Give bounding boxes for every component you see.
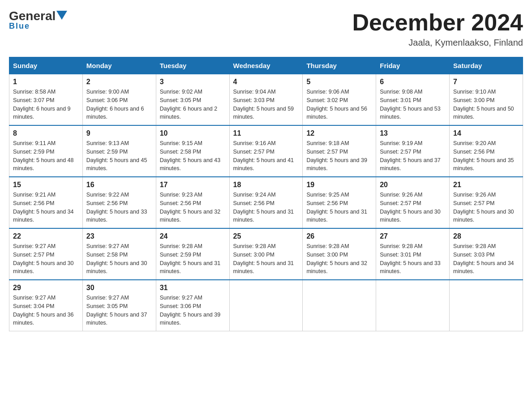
day-number: 13 [380, 129, 446, 137]
day-info: Sunrise: 9:28 AMSunset: 2:59 PMDaylight:… [160, 242, 226, 276]
day-info: Sunrise: 8:58 AMSunset: 3:07 PMDaylight:… [13, 88, 79, 121]
day-number: 17 [160, 181, 226, 189]
day-info: Sunrise: 9:21 AMSunset: 2:56 PMDaylight:… [13, 191, 79, 224]
day-number: 16 [86, 181, 152, 189]
calendar-week-3: 15 Sunrise: 9:21 AMSunset: 2:56 PMDaylig… [9, 177, 523, 228]
calendar-cell: 20 Sunrise: 9:26 AMSunset: 2:57 PMDaylig… [376, 177, 450, 228]
day-info: Sunrise: 9:13 AMSunset: 2:59 PMDaylight:… [86, 139, 152, 173]
day-number: 1 [13, 78, 79, 86]
calendar-week-1: 1 Sunrise: 8:58 AMSunset: 3:07 PMDayligh… [9, 74, 523, 126]
day-info: Sunrise: 9:27 AMSunset: 3:06 PMDaylight:… [160, 294, 226, 327]
calendar-cell: 14 Sunrise: 9:20 AMSunset: 2:56 PMDaylig… [450, 125, 523, 177]
day-number: 31 [160, 284, 226, 292]
calendar-cell: 27 Sunrise: 9:28 AMSunset: 3:01 PMDaylig… [376, 228, 450, 280]
col-tuesday: Tuesday [156, 57, 229, 74]
day-number: 23 [86, 232, 152, 240]
calendar-cell: 29 Sunrise: 9:27 AMSunset: 3:04 PMDaylig… [9, 280, 83, 331]
day-info: Sunrise: 9:22 AMSunset: 2:56 PMDaylight:… [86, 191, 152, 224]
day-info: Sunrise: 9:25 AMSunset: 2:56 PMDaylight:… [306, 191, 372, 224]
day-info: Sunrise: 9:28 AMSunset: 3:03 PMDaylight:… [453, 242, 519, 276]
col-saturday: Saturday [450, 57, 523, 74]
location-title: Jaala, Kymenlaakso, Finland [352, 38, 523, 48]
calendar-cell: 17 Sunrise: 9:23 AMSunset: 2:56 PMDaylig… [156, 177, 229, 228]
day-number: 4 [233, 78, 299, 86]
calendar-cell: 5 Sunrise: 9:06 AMSunset: 3:02 PMDayligh… [303, 74, 376, 126]
calendar-cell: 3 Sunrise: 9:02 AMSunset: 3:05 PMDayligh… [156, 74, 229, 126]
day-info: Sunrise: 9:02 AMSunset: 3:05 PMDaylight:… [160, 88, 226, 121]
calendar-cell: 15 Sunrise: 9:21 AMSunset: 2:56 PMDaylig… [9, 177, 83, 228]
day-number: 30 [86, 284, 152, 292]
day-number: 3 [160, 78, 226, 86]
day-number: 21 [453, 181, 519, 189]
calendar-cell: 26 Sunrise: 9:28 AMSunset: 3:00 PMDaylig… [303, 228, 376, 280]
day-info: Sunrise: 9:26 AMSunset: 2:57 PMDaylight:… [453, 191, 519, 224]
calendar-cell: 8 Sunrise: 9:11 AMSunset: 2:59 PMDayligh… [9, 125, 83, 177]
day-info: Sunrise: 9:08 AMSunset: 3:01 PMDaylight:… [380, 88, 446, 121]
calendar-week-4: 22 Sunrise: 9:27 AMSunset: 2:57 PMDaylig… [9, 228, 523, 280]
calendar-table: Sunday Monday Tuesday Wednesday Thursday… [9, 57, 523, 331]
day-info: Sunrise: 9:15 AMSunset: 2:58 PMDaylight:… [160, 139, 226, 173]
calendar-cell: 13 Sunrise: 9:19 AMSunset: 2:57 PMDaylig… [376, 125, 450, 177]
day-info: Sunrise: 9:16 AMSunset: 2:57 PMDaylight:… [233, 139, 299, 173]
day-number: 18 [233, 181, 299, 189]
calendar-cell: 7 Sunrise: 9:10 AMSunset: 3:00 PMDayligh… [450, 74, 523, 126]
col-thursday: Thursday [303, 57, 376, 74]
day-info: Sunrise: 9:27 AMSunset: 2:58 PMDaylight:… [86, 242, 152, 276]
day-info: Sunrise: 9:26 AMSunset: 2:57 PMDaylight:… [380, 191, 446, 224]
day-info: Sunrise: 9:11 AMSunset: 2:59 PMDaylight:… [13, 139, 79, 173]
day-info: Sunrise: 9:18 AMSunset: 2:57 PMDaylight:… [306, 139, 372, 173]
calendar-body: 1 Sunrise: 8:58 AMSunset: 3:07 PMDayligh… [9, 74, 523, 331]
calendar-cell: 23 Sunrise: 9:27 AMSunset: 2:58 PMDaylig… [82, 228, 156, 280]
calendar-cell [376, 280, 450, 331]
day-number: 9 [86, 129, 152, 137]
day-number: 2 [86, 78, 152, 86]
calendar-header: Sunday Monday Tuesday Wednesday Thursday… [9, 57, 523, 74]
logo-blue-text: Blue [9, 21, 30, 31]
day-info: Sunrise: 9:20 AMSunset: 2:56 PMDaylight:… [453, 139, 519, 173]
day-info: Sunrise: 9:28 AMSunset: 3:00 PMDaylight:… [306, 242, 372, 276]
calendar-cell [303, 280, 376, 331]
day-info: Sunrise: 9:19 AMSunset: 2:57 PMDaylight:… [380, 139, 446, 173]
day-info: Sunrise: 9:28 AMSunset: 3:01 PMDaylight:… [380, 242, 446, 276]
day-number: 27 [380, 232, 446, 240]
calendar-cell: 30 Sunrise: 9:27 AMSunset: 3:05 PMDaylig… [82, 280, 156, 331]
col-friday: Friday [376, 57, 450, 74]
day-info: Sunrise: 9:28 AMSunset: 3:00 PMDaylight:… [233, 242, 299, 276]
day-info: Sunrise: 9:24 AMSunset: 2:56 PMDaylight:… [233, 191, 299, 224]
month-title: December 2024 [352, 9, 523, 36]
calendar-cell [229, 280, 303, 331]
day-number: 24 [160, 232, 226, 240]
calendar-week-2: 8 Sunrise: 9:11 AMSunset: 2:59 PMDayligh… [9, 125, 523, 177]
calendar-cell: 24 Sunrise: 9:28 AMSunset: 2:59 PMDaylig… [156, 228, 229, 280]
calendar-cell: 25 Sunrise: 9:28 AMSunset: 3:00 PMDaylig… [229, 228, 303, 280]
day-number: 11 [233, 129, 299, 137]
calendar-cell: 11 Sunrise: 9:16 AMSunset: 2:57 PMDaylig… [229, 125, 303, 177]
calendar-cell: 28 Sunrise: 9:28 AMSunset: 3:03 PMDaylig… [450, 228, 523, 280]
title-section: December 2024 Jaala, Kymenlaakso, Finlan… [352, 9, 523, 48]
day-info: Sunrise: 9:27 AMSunset: 3:04 PMDaylight:… [13, 294, 79, 327]
day-number: 12 [306, 129, 372, 137]
calendar-cell: 19 Sunrise: 9:25 AMSunset: 2:56 PMDaylig… [303, 177, 376, 228]
day-info: Sunrise: 9:27 AMSunset: 2:57 PMDaylight:… [13, 242, 79, 276]
calendar-cell: 1 Sunrise: 8:58 AMSunset: 3:07 PMDayligh… [9, 74, 83, 126]
day-info: Sunrise: 9:27 AMSunset: 3:05 PMDaylight:… [86, 294, 152, 327]
calendar-cell: 9 Sunrise: 9:13 AMSunset: 2:59 PMDayligh… [82, 125, 156, 177]
day-number: 26 [306, 232, 372, 240]
day-info: Sunrise: 9:04 AMSunset: 3:03 PMDaylight:… [233, 88, 299, 121]
day-number: 7 [453, 78, 519, 86]
calendar-cell: 12 Sunrise: 9:18 AMSunset: 2:57 PMDaylig… [303, 125, 376, 177]
day-number: 22 [13, 232, 79, 240]
col-sunday: Sunday [9, 57, 83, 74]
header-row: Sunday Monday Tuesday Wednesday Thursday… [9, 57, 523, 74]
day-number: 15 [13, 181, 79, 189]
calendar-cell: 2 Sunrise: 9:00 AMSunset: 3:06 PMDayligh… [82, 74, 156, 126]
calendar-cell: 6 Sunrise: 9:08 AMSunset: 3:01 PMDayligh… [376, 74, 450, 126]
day-number: 10 [160, 129, 226, 137]
calendar-week-5: 29 Sunrise: 9:27 AMSunset: 3:04 PMDaylig… [9, 280, 523, 331]
day-info: Sunrise: 9:23 AMSunset: 2:56 PMDaylight:… [160, 191, 226, 224]
day-info: Sunrise: 9:06 AMSunset: 3:02 PMDaylight:… [306, 88, 372, 121]
day-number: 19 [306, 181, 372, 189]
calendar-cell: 21 Sunrise: 9:26 AMSunset: 2:57 PMDaylig… [450, 177, 523, 228]
day-info: Sunrise: 9:10 AMSunset: 3:00 PMDaylight:… [453, 88, 519, 121]
logo: General Blue [9, 9, 67, 31]
